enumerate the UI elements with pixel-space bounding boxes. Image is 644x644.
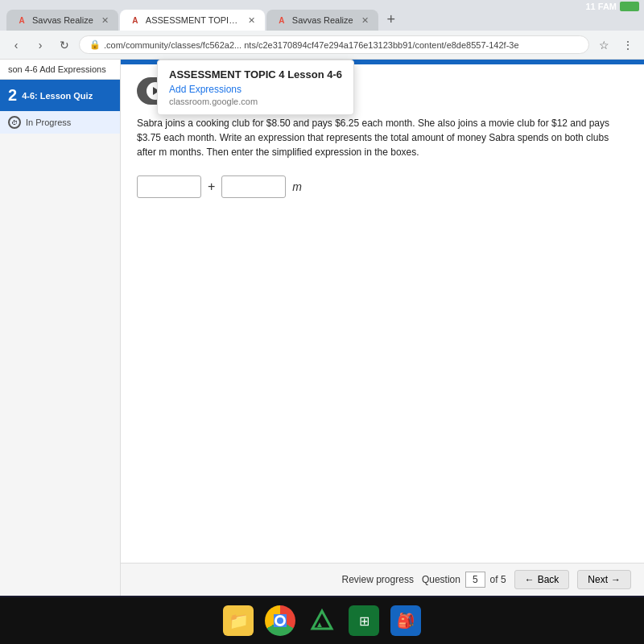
sidebar-status: ⏱ In Progress [0, 111, 120, 134]
sidebar-lesson-item[interactable]: 2 4-6: Lesson Quiz [0, 80, 120, 111]
plus-sign: + [208, 180, 215, 194]
expression-box-1[interactable] [137, 175, 201, 198]
back-arrow-icon: ← [525, 574, 535, 585]
url-text: .com/community/classes/fc562a2... nts/c2… [104, 40, 519, 50]
battery-icon [620, 2, 639, 11]
next-arrow-icon: → [611, 574, 621, 585]
more-button[interactable]: ⋮ [618, 35, 638, 55]
svg-text:▲: ▲ [316, 620, 324, 629]
question-label: Question [422, 574, 460, 585]
question-number-box: 5 [465, 572, 485, 588]
tab-tooltip: ASSESSMENT TOPIC 4 Lesson 4-6 Add Expres… [157, 60, 354, 115]
taskbar-drive-icon[interactable]: ▲ [307, 605, 337, 636]
tab-savvas-2[interactable]: A Savvas Realize ✕ [266, 10, 378, 31]
taskbar-chrome-icon[interactable] [265, 605, 295, 636]
clock-battery: 11 FAM [585, 2, 617, 11]
tab-label-savvas1: Savvas Realize [32, 15, 93, 25]
next-button[interactable]: Next → [577, 570, 631, 589]
taskbar-sheets-icon[interactable]: ⊞ [349, 605, 379, 636]
expression-area: + m [137, 175, 628, 198]
sidebar: son 4-6 Add Expressions 2 4-6: Lesson Qu… [0, 60, 121, 596]
sidebar-item-number: 2 [8, 86, 17, 105]
sidebar-item-label: 4-6: Lesson Quiz [22, 91, 93, 101]
tab-close-savvas2[interactable]: ✕ [361, 15, 369, 26]
system-indicator: 11 FAM [585, 2, 639, 11]
back-label: Back [538, 574, 559, 585]
drive-svg: ▲ [309, 608, 335, 634]
page-content: son 4-6 Add Expressions 2 4-6: Lesson Qu… [0, 60, 644, 596]
new-tab-button[interactable]: + [380, 8, 402, 31]
taskbar: 📁 ▲ ⊞ 🎒 [0, 597, 644, 644]
question-nav: Question 5 of 5 [422, 572, 506, 588]
tab-savvas-1[interactable]: A Savvas Realize ✕ [6, 10, 118, 31]
question-text: Sabra joins a cooking club for $8.50 and… [137, 116, 628, 159]
main-area: 00:00 Sabra joins a cooking club for $8.… [121, 60, 644, 596]
tab-favicon-savvas1: A [16, 14, 27, 26]
url-bar[interactable]: 🔒 .com/community/classes/fc562a2... nts/… [79, 35, 589, 54]
address-bar: ‹ › ↻ 🔒 .com/community/classes/fc562a2..… [0, 31, 644, 60]
sheets-symbol: ⊞ [359, 613, 369, 629]
files-symbol: 📁 [229, 611, 249, 630]
tooltip-domain: classroom.google.com [169, 97, 342, 106]
tab-bar: A Savvas Realize ✕ A ASSESSMENT TOPIC 4 … [0, 0, 644, 31]
tooltip-title: ASSESSMENT TOPIC 4 Lesson 4-6 [169, 68, 342, 80]
lock-icon: 🔒 [89, 39, 101, 50]
taskbar-files-icon[interactable]: 📁 [223, 605, 254, 636]
next-label: Next [588, 574, 608, 585]
refresh-button[interactable]: ↻ [55, 35, 74, 55]
forward-nav-button[interactable]: › [31, 35, 50, 55]
breadcrumb-text: son 4-6 Add Expressions [8, 64, 106, 74]
tab-close-assessment[interactable]: ✕ [248, 15, 255, 26]
breadcrumb: son 4-6 Add Expressions [0, 60, 120, 80]
back-nav-button[interactable]: ‹ [6, 35, 26, 55]
monitor: A Savvas Realize ✕ A ASSESSMENT TOPIC 4 … [0, 0, 644, 596]
tab-close-savvas1[interactable]: ✕ [101, 15, 109, 26]
of-label: of 5 [490, 574, 506, 585]
bookmark-button[interactable]: ☆ [594, 35, 613, 55]
taskbar-classroom-icon[interactable]: 🎒 [390, 605, 421, 636]
tooltip-subtitle: Add Expressions [169, 84, 342, 95]
status-text: In Progress [26, 118, 71, 127]
bottom-bar: Review progress Question 5 of 5 ← Back N… [121, 563, 644, 596]
tab-favicon-savvas2: A [276, 14, 287, 26]
browser-frame: A Savvas Realize ✕ A ASSESSMENT TOPIC 4 … [0, 0, 644, 596]
tab-favicon-assessment: A [130, 14, 141, 26]
expression-box-2[interactable] [221, 175, 286, 198]
review-progress-button[interactable]: Review progress [342, 574, 414, 585]
content-body: 00:00 Sabra joins a cooking club for $8.… [121, 64, 644, 563]
status-icon: ⏱ [8, 116, 21, 129]
variable-label: m [292, 180, 302, 193]
classroom-symbol: 🎒 [397, 612, 415, 630]
back-button[interactable]: ← Back [514, 570, 570, 589]
tab-label-savvas2: Savvas Realize [292, 15, 353, 25]
tab-label-assessment: ASSESSMENT TOPIC 4 Lesson 4 [146, 15, 240, 25]
tab-assessment[interactable]: A ASSESSMENT TOPIC 4 Lesson 4 ✕ [120, 10, 265, 31]
